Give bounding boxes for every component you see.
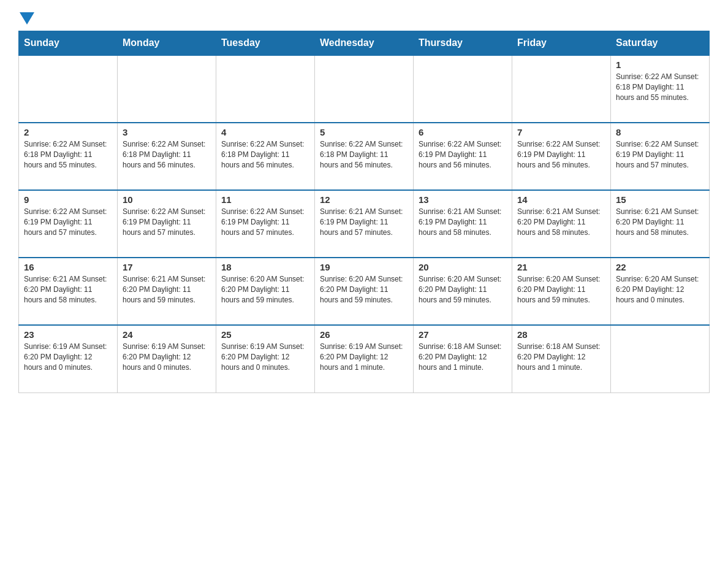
- calendar-week-row: 1Sunrise: 6:22 AM Sunset: 6:18 PM Daylig…: [19, 55, 710, 123]
- day-number: 7: [517, 127, 605, 137]
- day-number: 24: [123, 329, 211, 340]
- calendar-cell: 19Sunrise: 6:20 AM Sunset: 6:20 PM Dayli…: [315, 258, 414, 325]
- day-number: 9: [24, 194, 112, 205]
- calendar-cell: 8Sunrise: 6:22 AM Sunset: 6:19 PM Daylig…: [611, 123, 710, 190]
- day-info: Sunrise: 6:22 AM Sunset: 6:19 PM Dayligh…: [24, 207, 112, 237]
- day-info: Sunrise: 6:21 AM Sunset: 6:20 PM Dayligh…: [517, 207, 605, 237]
- calendar-week-row: 2Sunrise: 6:22 AM Sunset: 6:18 PM Daylig…: [19, 123, 710, 190]
- day-info: Sunrise: 6:22 AM Sunset: 6:19 PM Dayligh…: [517, 139, 605, 170]
- calendar-header-row: SundayMondayTuesdayWednesdayThursdayFrid…: [19, 31, 710, 56]
- day-info: Sunrise: 6:22 AM Sunset: 6:18 PM Dayligh…: [221, 139, 309, 170]
- calendar-cell: 11Sunrise: 6:22 AM Sunset: 6:19 PM Dayli…: [216, 190, 315, 258]
- day-info: Sunrise: 6:20 AM Sunset: 6:20 PM Dayligh…: [517, 274, 605, 305]
- day-info: Sunrise: 6:19 AM Sunset: 6:20 PM Dayligh…: [24, 342, 112, 372]
- day-of-week-header: Tuesday: [216, 31, 315, 56]
- day-number: 25: [221, 329, 309, 340]
- day-number: 15: [616, 194, 704, 205]
- day-number: 19: [320, 262, 408, 272]
- calendar-cell: 13Sunrise: 6:21 AM Sunset: 6:19 PM Dayli…: [414, 190, 512, 258]
- day-info: Sunrise: 6:22 AM Sunset: 6:18 PM Dayligh…: [123, 139, 211, 170]
- calendar-table: SundayMondayTuesdayWednesdayThursdayFrid…: [18, 31, 710, 393]
- calendar-cell: [512, 55, 611, 123]
- calendar-cell: [315, 55, 414, 123]
- day-info: Sunrise: 6:22 AM Sunset: 6:19 PM Dayligh…: [221, 207, 309, 237]
- calendar-cell: 20Sunrise: 6:20 AM Sunset: 6:20 PM Dayli…: [414, 258, 512, 325]
- day-number: 22: [616, 262, 704, 272]
- day-number: 20: [419, 262, 507, 272]
- calendar-cell: 22Sunrise: 6:20 AM Sunset: 6:20 PM Dayli…: [611, 258, 710, 325]
- calendar-cell: 3Sunrise: 6:22 AM Sunset: 6:18 PM Daylig…: [118, 123, 216, 190]
- calendar-cell: [118, 55, 216, 123]
- calendar-cell: 26Sunrise: 6:19 AM Sunset: 6:20 PM Dayli…: [315, 325, 414, 393]
- day-info: Sunrise: 6:21 AM Sunset: 6:20 PM Dayligh…: [123, 274, 211, 305]
- calendar-cell: 7Sunrise: 6:22 AM Sunset: 6:19 PM Daylig…: [512, 123, 611, 190]
- day-info: Sunrise: 6:22 AM Sunset: 6:18 PM Dayligh…: [616, 72, 704, 102]
- day-info: Sunrise: 6:22 AM Sunset: 6:18 PM Dayligh…: [24, 139, 112, 170]
- day-info: Sunrise: 6:19 AM Sunset: 6:20 PM Dayligh…: [123, 342, 211, 372]
- day-number: 21: [517, 262, 605, 272]
- day-number: 2: [24, 127, 112, 137]
- calendar-cell: 5Sunrise: 6:22 AM Sunset: 6:18 PM Daylig…: [315, 123, 414, 190]
- day-number: 13: [419, 194, 507, 205]
- calendar-cell: 1Sunrise: 6:22 AM Sunset: 6:18 PM Daylig…: [611, 55, 710, 123]
- day-number: 3: [123, 127, 211, 137]
- calendar-cell: [414, 55, 512, 123]
- day-info: Sunrise: 6:18 AM Sunset: 6:20 PM Dayligh…: [517, 342, 605, 372]
- day-number: 12: [320, 194, 408, 205]
- day-of-week-header: Wednesday: [315, 31, 414, 56]
- day-info: Sunrise: 6:20 AM Sunset: 6:20 PM Dayligh…: [320, 274, 408, 305]
- logo-triangle-icon: [20, 12, 34, 25]
- calendar-cell: 17Sunrise: 6:21 AM Sunset: 6:20 PM Dayli…: [118, 258, 216, 325]
- day-info: Sunrise: 6:22 AM Sunset: 6:19 PM Dayligh…: [123, 207, 211, 237]
- day-info: Sunrise: 6:21 AM Sunset: 6:20 PM Dayligh…: [616, 207, 704, 237]
- calendar-cell: 15Sunrise: 6:21 AM Sunset: 6:20 PM Dayli…: [611, 190, 710, 258]
- day-info: Sunrise: 6:22 AM Sunset: 6:19 PM Dayligh…: [616, 139, 704, 170]
- calendar-cell: 4Sunrise: 6:22 AM Sunset: 6:18 PM Daylig…: [216, 123, 315, 190]
- day-info: Sunrise: 6:20 AM Sunset: 6:20 PM Dayligh…: [221, 274, 309, 305]
- calendar-cell: 6Sunrise: 6:22 AM Sunset: 6:19 PM Daylig…: [414, 123, 512, 190]
- calendar-cell: [19, 55, 118, 123]
- day-number: 17: [123, 262, 211, 272]
- calendar-cell: 10Sunrise: 6:22 AM Sunset: 6:19 PM Dayli…: [118, 190, 216, 258]
- day-of-week-header: Friday: [512, 31, 611, 56]
- calendar-cell: 25Sunrise: 6:19 AM Sunset: 6:20 PM Dayli…: [216, 325, 315, 393]
- day-of-week-header: Saturday: [611, 31, 710, 56]
- calendar-cell: 24Sunrise: 6:19 AM Sunset: 6:20 PM Dayli…: [118, 325, 216, 393]
- day-number: 10: [123, 194, 211, 205]
- calendar-cell: 2Sunrise: 6:22 AM Sunset: 6:18 PM Daylig…: [19, 123, 118, 190]
- calendar-cell: 18Sunrise: 6:20 AM Sunset: 6:20 PM Dayli…: [216, 258, 315, 325]
- day-number: 8: [616, 127, 704, 137]
- calendar-week-row: 16Sunrise: 6:21 AM Sunset: 6:20 PM Dayli…: [19, 258, 710, 325]
- day-info: Sunrise: 6:21 AM Sunset: 6:19 PM Dayligh…: [419, 207, 507, 237]
- calendar-week-row: 23Sunrise: 6:19 AM Sunset: 6:20 PM Dayli…: [19, 325, 710, 393]
- day-info: Sunrise: 6:20 AM Sunset: 6:20 PM Dayligh…: [616, 274, 704, 305]
- day-number: 18: [221, 262, 309, 272]
- day-number: 27: [419, 329, 507, 340]
- day-number: 11: [221, 194, 309, 205]
- day-number: 14: [517, 194, 605, 205]
- day-number: 5: [320, 127, 408, 137]
- day-of-week-header: Thursday: [414, 31, 512, 56]
- calendar-cell: 28Sunrise: 6:18 AM Sunset: 6:20 PM Dayli…: [512, 325, 611, 393]
- day-info: Sunrise: 6:21 AM Sunset: 6:20 PM Dayligh…: [24, 274, 112, 305]
- day-number: 6: [419, 127, 507, 137]
- day-info: Sunrise: 6:22 AM Sunset: 6:18 PM Dayligh…: [320, 139, 408, 170]
- calendar-cell: 27Sunrise: 6:18 AM Sunset: 6:20 PM Dayli…: [414, 325, 512, 393]
- day-number: 28: [517, 329, 605, 340]
- calendar-cell: 9Sunrise: 6:22 AM Sunset: 6:19 PM Daylig…: [19, 190, 118, 258]
- logo: [18, 12, 36, 25]
- day-number: 4: [221, 127, 309, 137]
- page-header: [18, 12, 710, 25]
- day-number: 16: [24, 262, 112, 272]
- day-info: Sunrise: 6:21 AM Sunset: 6:19 PM Dayligh…: [320, 207, 408, 237]
- day-number: 23: [24, 329, 112, 340]
- calendar-cell: 14Sunrise: 6:21 AM Sunset: 6:20 PM Dayli…: [512, 190, 611, 258]
- day-info: Sunrise: 6:19 AM Sunset: 6:20 PM Dayligh…: [320, 342, 408, 372]
- day-info: Sunrise: 6:22 AM Sunset: 6:19 PM Dayligh…: [419, 139, 507, 170]
- calendar-cell: 21Sunrise: 6:20 AM Sunset: 6:20 PM Dayli…: [512, 258, 611, 325]
- day-of-week-header: Sunday: [19, 31, 118, 56]
- day-info: Sunrise: 6:19 AM Sunset: 6:20 PM Dayligh…: [221, 342, 309, 372]
- calendar-cell: 23Sunrise: 6:19 AM Sunset: 6:20 PM Dayli…: [19, 325, 118, 393]
- day-number: 26: [320, 329, 408, 340]
- calendar-cell: [216, 55, 315, 123]
